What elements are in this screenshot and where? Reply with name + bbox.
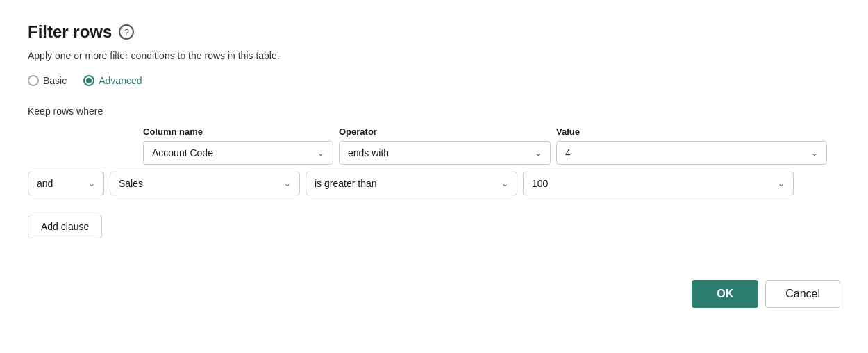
row2-operator-chevron: ⌄	[501, 179, 508, 188]
row1-operator-select[interactable]: ends with ⌄	[339, 141, 551, 165]
radio-basic-input[interactable]	[28, 75, 39, 86]
column-name-header: Column name	[143, 126, 333, 137]
help-icon[interactable]: ?	[119, 24, 134, 40]
row2-operator-value: is greater than	[315, 178, 496, 189]
footer-buttons: OK Cancel	[28, 280, 840, 308]
row1-column-chevron: ⌄	[317, 148, 324, 158]
row1-column-value: Account Code	[152, 147, 312, 158]
filter-row-2: and ⌄ Sales ⌄ is greater than ⌄ 100 ⌄	[28, 172, 840, 195]
row2-value: 100	[532, 178, 772, 189]
row2-operator-select[interactable]: is greater than ⌄	[306, 172, 517, 195]
row2-conjunction-select[interactable]: and ⌄	[28, 172, 104, 195]
row2-column-value: Sales	[119, 178, 278, 189]
row1-column-select[interactable]: Account Code ⌄	[143, 141, 333, 165]
row2-value-select[interactable]: 100 ⌄	[523, 172, 794, 195]
add-clause-button[interactable]: Add clause	[28, 215, 102, 238]
radio-basic-label: Basic	[43, 75, 67, 86]
row1-value: 4	[565, 147, 806, 158]
operator-header: Operator	[339, 126, 551, 137]
radio-basic[interactable]: Basic	[28, 75, 67, 86]
row2-value-chevron: ⌄	[778, 179, 785, 188]
filter-row-1: Account Code ⌄ ends with ⌄ 4 ⌄	[28, 141, 840, 165]
radio-group: Basic Advanced	[28, 75, 840, 86]
row2-conjunction-value: and	[37, 178, 83, 189]
radio-advanced-input[interactable]	[83, 75, 94, 86]
radio-advanced[interactable]: Advanced	[83, 75, 142, 86]
title-row: Filter rows ?	[28, 22, 840, 42]
radio-advanced-label: Advanced	[99, 75, 142, 86]
ok-button[interactable]: OK	[692, 280, 758, 308]
column-headers-row: Column name Operator Value	[28, 126, 840, 137]
cancel-button[interactable]: Cancel	[765, 280, 840, 308]
subtitle: Apply one or more filter conditions to t…	[28, 50, 840, 61]
row2-column-select[interactable]: Sales ⌄	[110, 172, 300, 195]
row1-operator-value: ends with	[348, 147, 529, 158]
row1-value-select[interactable]: 4 ⌄	[556, 141, 827, 165]
row1-operator-chevron: ⌄	[535, 148, 542, 158]
row2-column-chevron: ⌄	[284, 179, 291, 188]
row1-value-chevron: ⌄	[811, 148, 818, 158]
keep-rows-label: Keep rows where	[28, 106, 840, 117]
filter-rows-dialog: Filter rows ? Apply one or more filter c…	[28, 22, 840, 308]
dialog-title: Filter rows	[28, 22, 112, 42]
row2-conjunction-chevron: ⌄	[88, 179, 95, 188]
value-header: Value	[556, 126, 827, 137]
